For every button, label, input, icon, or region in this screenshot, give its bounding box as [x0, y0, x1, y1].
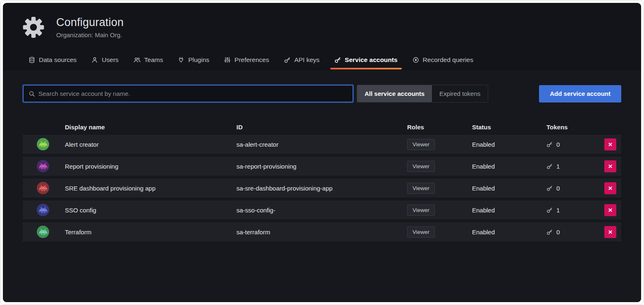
display-name: SRE dashboard provisioning app [65, 185, 236, 192]
plug-icon [178, 57, 184, 63]
status-label: Enabled [472, 141, 546, 148]
page-header: Configuration Organization: Main Org. [3, 3, 641, 39]
screenshot-frame: Configuration Organization: Main Org. Da… [0, 0, 644, 305]
delete-button[interactable]: × [604, 160, 616, 172]
filter-expired-tokens[interactable]: Expired tokens [432, 85, 488, 102]
database-icon [29, 57, 35, 63]
gear-icon [21, 15, 45, 39]
close-icon: × [608, 141, 613, 148]
page-title: Configuration [56, 16, 124, 29]
close-icon: × [608, 207, 613, 214]
role-badge[interactable]: Viewer [407, 161, 435, 172]
tab-users[interactable]: Users [86, 50, 124, 69]
display-name: Alert creator [65, 141, 236, 148]
tab-label: API keys [294, 56, 320, 64]
key-icon [334, 57, 341, 63]
key-icon [546, 207, 553, 213]
account-id: sa-terraform [236, 229, 407, 236]
delete-button[interactable]: × [604, 204, 616, 216]
status-label: Enabled [472, 163, 546, 170]
delete-button[interactable]: × [604, 138, 616, 150]
role-badge[interactable]: Viewer [407, 226, 435, 238]
user-icon [91, 57, 98, 63]
delete-button[interactable]: × [604, 182, 616, 194]
avatar [37, 160, 49, 172]
account-id: sa-alert-creator [236, 141, 407, 148]
close-icon: × [608, 229, 613, 236]
tab-label: Teams [144, 56, 163, 64]
tab-label: Preferences [234, 56, 269, 64]
users-icon [134, 57, 141, 63]
avatar [37, 204, 49, 216]
toolbar: All service accounts Expired tokens Add … [23, 85, 621, 102]
filter-all-service-accounts[interactable]: All service accounts [357, 85, 432, 102]
delete-button[interactable]: × [604, 226, 616, 238]
column-tokens: Tokens [546, 124, 598, 131]
tab-service-accounts[interactable]: Service accounts [329, 50, 403, 69]
tab-plugins[interactable]: Plugins [172, 50, 215, 69]
search-box [23, 85, 353, 102]
column-display-name: Display name [65, 124, 236, 131]
table-row[interactable]: Terraform sa-terraform Viewer Enabled 0 … [23, 222, 621, 241]
avatar [37, 138, 49, 150]
table-row[interactable]: SSO config sa-sso-config- Viewer Enabled… [23, 200, 621, 219]
key-icon [546, 141, 553, 148]
tab-data-sources[interactable]: Data sources [23, 50, 82, 69]
display-name: Report provisioning [65, 163, 236, 170]
table-row[interactable]: Alert creator sa-alert-creator Viewer En… [23, 135, 621, 154]
tab-label: Users [102, 56, 118, 64]
avatar [37, 226, 49, 238]
display-name: Terraform [65, 229, 236, 236]
account-filter-group: All service accounts Expired tokens [357, 85, 488, 102]
table-row[interactable]: Report provisioning sa-report-provisioni… [23, 157, 621, 176]
key-icon [284, 57, 291, 63]
grafana-app: Configuration Organization: Main Org. Da… [3, 3, 641, 302]
record-icon [413, 57, 419, 63]
table-row[interactable]: SRE dashboard provisioning app sa-sre-da… [23, 179, 621, 198]
tab-api-keys[interactable]: API keys [278, 50, 325, 69]
role-badge[interactable]: Viewer [407, 183, 435, 194]
token-count: 0 [556, 185, 560, 192]
token-count: 0 [556, 141, 560, 148]
sliders-icon [224, 57, 231, 63]
tab-label: Service accounts [345, 56, 398, 64]
page-subtitle: Organization: Main Org. [56, 31, 124, 38]
close-icon: × [608, 185, 613, 192]
status-label: Enabled [472, 229, 546, 236]
token-count: 0 [556, 229, 560, 236]
tab-recorded-queries[interactable]: Recorded queries [407, 50, 479, 69]
tab-preferences[interactable]: Preferences [218, 50, 275, 69]
service-accounts-content: All service accounts Expired tokens Add … [3, 70, 641, 302]
search-input[interactable] [38, 90, 348, 97]
tab-label: Recorded queries [423, 56, 473, 64]
add-service-account-button[interactable]: Add service account [539, 85, 621, 102]
column-status: Status [472, 124, 546, 131]
token-count: 1 [556, 207, 560, 214]
account-id: sa-sso-config- [236, 207, 407, 214]
tab-label: Data sources [39, 56, 76, 64]
status-label: Enabled [472, 185, 546, 192]
key-icon [546, 229, 553, 235]
table-header: Display name ID Roles Status Tokens [23, 121, 621, 133]
tab-label: Plugins [188, 56, 209, 64]
search-icon [29, 91, 35, 97]
account-id: sa-sre-dashboard-provisioning-app [236, 185, 407, 192]
config-tabs: Data sources Users Teams Plugins [3, 50, 641, 70]
service-accounts-list: Alert creator sa-alert-creator Viewer En… [23, 135, 621, 241]
key-icon [546, 185, 553, 191]
tab-teams[interactable]: Teams [128, 50, 169, 69]
account-id: sa-report-provisioning [236, 163, 407, 170]
close-icon: × [608, 163, 613, 170]
status-label: Enabled [472, 207, 546, 214]
column-roles: Roles [407, 124, 472, 131]
key-icon [546, 163, 553, 169]
role-badge[interactable]: Viewer [407, 205, 435, 216]
display-name: SSO config [65, 207, 236, 214]
avatar [37, 182, 49, 194]
column-id: ID [236, 124, 407, 131]
role-badge[interactable]: Viewer [407, 139, 435, 150]
token-count: 1 [556, 163, 560, 170]
